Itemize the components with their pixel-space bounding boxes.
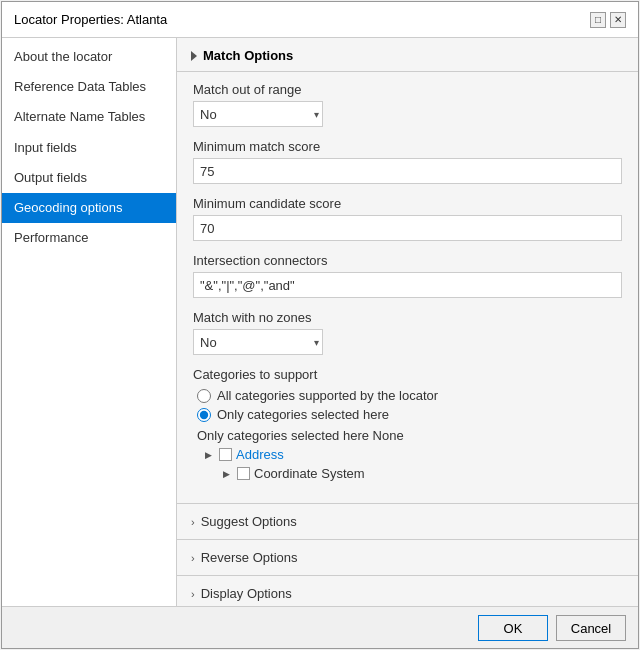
address-expander[interactable]: ▶	[201, 448, 215, 462]
close-button[interactable]: ✕	[610, 12, 626, 28]
sidebar-item-geocoding-options[interactable]: Geocoding options	[2, 193, 176, 223]
match-no-zones-label: Match with no zones	[193, 310, 622, 325]
coordinate-expander[interactable]: ▶	[219, 467, 233, 481]
display-options-arrow-icon: ›	[191, 588, 195, 600]
categories-selected-label: Only categories selected here None	[197, 428, 622, 443]
main-content: Match Options Match out of range No Yes …	[177, 38, 638, 606]
minimum-candidate-score-group: Minimum candidate score	[193, 196, 622, 241]
match-options-header: Match Options	[177, 38, 638, 72]
minimum-match-score-label: Minimum match score	[193, 139, 622, 154]
match-options-title: Match Options	[203, 48, 293, 63]
match-out-of-range-select[interactable]: No Yes	[193, 101, 323, 127]
sidebar: About the locator Reference Data Tables …	[2, 38, 177, 606]
sidebar-item-about-locator[interactable]: About the locator	[2, 42, 176, 72]
suggest-options-label: Suggest Options	[201, 514, 297, 529]
minimum-candidate-score-label: Minimum candidate score	[193, 196, 622, 211]
reverse-options-label: Reverse Options	[201, 550, 298, 565]
cancel-button[interactable]: Cancel	[556, 615, 626, 641]
sidebar-item-alternate-name[interactable]: Alternate Name Tables	[2, 102, 176, 132]
reverse-options-section: › Reverse Options	[177, 539, 638, 575]
sidebar-item-performance[interactable]: Performance	[2, 223, 176, 253]
dialog-window: Locator Properties: Atlanta □ ✕ About th…	[1, 1, 639, 649]
title-bar-controls: □ ✕	[590, 12, 626, 28]
categories-label: Categories to support	[193, 367, 622, 382]
match-no-zones-select[interactable]: No Yes	[193, 329, 323, 355]
address-label[interactable]: Address	[236, 447, 284, 462]
minimum-match-score-input[interactable]	[193, 158, 622, 184]
reverse-options-header[interactable]: › Reverse Options	[177, 540, 638, 575]
all-categories-radio-item[interactable]: All categories supported by the locator	[197, 388, 622, 403]
intersection-connectors-group: Intersection connectors	[193, 253, 622, 298]
minimize-button[interactable]: □	[590, 12, 606, 28]
only-categories-radio[interactable]	[197, 408, 211, 422]
match-no-zones-group: Match with no zones No Yes ▾	[193, 310, 622, 355]
dialog-footer: OK Cancel	[2, 606, 638, 648]
sidebar-item-input-fields[interactable]: Input fields	[2, 133, 176, 163]
tree-area: ▶ Address ▶ Coordinate System	[201, 447, 622, 481]
tree-item-coordinate-system: ▶ Coordinate System	[219, 466, 622, 481]
coordinate-label: Coordinate System	[254, 466, 365, 481]
suggest-options-section: › Suggest Options	[177, 503, 638, 539]
only-categories-radio-item[interactable]: Only categories selected here	[197, 407, 622, 422]
reverse-options-arrow-icon: ›	[191, 552, 195, 564]
ok-button[interactable]: OK	[478, 615, 548, 641]
dialog-body: About the locator Reference Data Tables …	[2, 38, 638, 606]
minimum-match-score-group: Minimum match score	[193, 139, 622, 184]
all-categories-label: All categories supported by the locator	[217, 388, 438, 403]
sidebar-item-output-fields[interactable]: Output fields	[2, 163, 176, 193]
match-out-of-range-label: Match out of range	[193, 82, 622, 97]
radio-group: All categories supported by the locator …	[197, 388, 622, 422]
intersection-connectors-input[interactable]	[193, 272, 622, 298]
display-options-section: › Display Options	[177, 575, 638, 606]
dialog-title: Locator Properties: Atlanta	[14, 12, 167, 27]
categories-section: Categories to support All categories sup…	[193, 367, 622, 481]
match-options-content: Match out of range No Yes ▾ Minimum matc…	[177, 72, 638, 503]
match-out-of-range-wrapper: No Yes ▾	[193, 101, 323, 127]
minimum-candidate-score-input[interactable]	[193, 215, 622, 241]
only-categories-label: Only categories selected here	[217, 407, 389, 422]
suggest-options-arrow-icon: ›	[191, 516, 195, 528]
address-checkbox[interactable]	[219, 448, 232, 461]
title-bar: Locator Properties: Atlanta □ ✕	[2, 2, 638, 38]
suggest-options-header[interactable]: › Suggest Options	[177, 504, 638, 539]
match-out-of-range-group: Match out of range No Yes ▾	[193, 82, 622, 127]
display-options-label: Display Options	[201, 586, 292, 601]
sidebar-item-reference-data[interactable]: Reference Data Tables	[2, 72, 176, 102]
all-categories-radio[interactable]	[197, 389, 211, 403]
display-options-header[interactable]: › Display Options	[177, 576, 638, 606]
coordinate-checkbox[interactable]	[237, 467, 250, 480]
match-no-zones-wrapper: No Yes ▾	[193, 329, 323, 355]
intersection-connectors-label: Intersection connectors	[193, 253, 622, 268]
tree-item-address: ▶ Address	[201, 447, 622, 462]
